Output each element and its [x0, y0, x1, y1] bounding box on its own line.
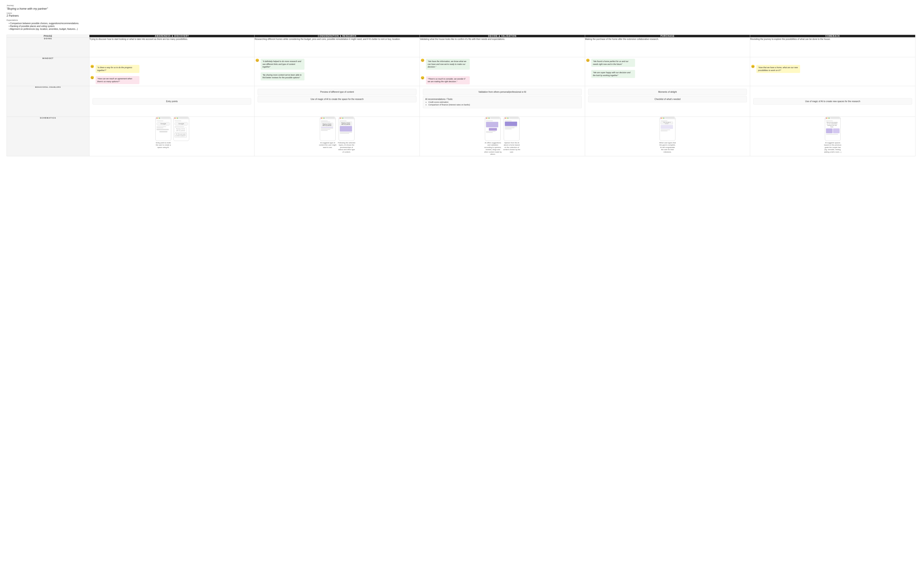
phone-mockup8: Here are some spaces you can create befo…	[825, 117, 841, 141]
journey-label: Journey:	[7, 4, 915, 7]
doing-purchase: Making the purchase of the home after th…	[585, 38, 750, 57]
schematic-caption3: AI suggests type of content the user mig…	[319, 142, 337, 149]
mindset-quote: "How can we reach an agreement when ther…	[96, 76, 139, 84]
mindset-quote: "We have the information, we know what w…	[426, 59, 470, 70]
schematic-container: Here are some spaces you can create befo…	[750, 117, 915, 153]
enablers-awareness: Entry points	[89, 86, 255, 117]
enabler-checklist: Checklist of what's needed	[588, 96, 747, 102]
enablers-purchase: Moments of delight Checklist of what's n…	[585, 86, 750, 117]
phase-header-row: PHASE AWARENESS & DISCOVERY CONSIDERATIO…	[7, 35, 915, 38]
schematic-caption5: AI offers suggestions and validation acc…	[484, 142, 502, 155]
mindset-row: MINDSET 😐 "Is there a way for us to do t…	[7, 57, 915, 86]
phase-comeback: COMEBACK	[750, 35, 915, 38]
schematics-decide: AI offers suggestions and validation acc…	[420, 117, 585, 156]
expectations-label: Expectations	[7, 19, 915, 21]
mindset-quote: "Now that we have a home, what are our n…	[756, 65, 800, 73]
enablers-decide: Validation from others personal/professi…	[420, 86, 585, 117]
enablers-consideration: Preview of different type of content Use…	[255, 86, 420, 117]
doing-label: DOING	[7, 38, 90, 57]
doing-awareness: Trying to discover how to start looking …	[89, 38, 255, 57]
schematic-item: Opinion from the AI about a home based o…	[503, 117, 520, 155]
enablers-row: BEHAVIORAL ENABLERS Entry points Preview…	[7, 86, 915, 117]
mindset-quote: "We found a home perfect for us and our …	[591, 59, 635, 67]
mindset-decide: 😊 "We have the information, we know what…	[420, 57, 585, 86]
phone-mockup6	[504, 117, 520, 141]
phone-mockup3: Buying a home with my partner	[320, 117, 336, 141]
schematic-caption8: AI suggests spaces based on the previous…	[824, 142, 842, 153]
mindset-awareness: 😐 "Is there a way for us to do the progr…	[89, 57, 255, 86]
emotion-neutral-icon2: 😐	[751, 65, 755, 68]
schematics-row: SCHEMATICS	[7, 117, 915, 156]
expectation-item: Ranking of possible places and voting sy…	[9, 25, 915, 28]
enabler-ai-new-spaces: Use of magic of AI to create new spaces …	[753, 98, 912, 105]
emotion-happy-icon3: 😊	[421, 59, 425, 62]
emotion-neutral-icon: 😐	[90, 65, 95, 68]
schematic-container: Buying a home with my partner AI suggest…	[255, 117, 420, 153]
schematic-item: Buying a home with my partner AI suggest…	[319, 117, 337, 153]
schematic-caption6: Opinion from the AI about a home based o…	[503, 142, 520, 153]
schematic-item: AI offers suggestions and validation acc…	[484, 117, 502, 155]
schematic-container: Google Entry point to invite the user to…	[90, 117, 255, 149]
doing-consideration: Researching different homes while consid…	[255, 38, 420, 57]
schematic-item: Here are some spaces you can create befo…	[824, 117, 842, 153]
expectations-list: Comparison between possible choices, sug…	[7, 22, 915, 30]
schematic-caption7: When user types that the goal is complet…	[659, 142, 676, 153]
mindset-quote: "It definitely helped to do more researc…	[261, 59, 304, 70]
enabler-preview-content: Preview of different type of content	[258, 89, 417, 95]
mindset-comeback: 😐 "Now that we have a home, what are our…	[750, 57, 915, 86]
enabler-ai-space: Use of magic of AI to create the space f…	[258, 96, 417, 102]
schematic-caption4: Following the selected topics, AI shows …	[338, 142, 355, 153]
enabler-validation: Validation from others personal/professi…	[423, 89, 582, 95]
mindset-label: MINDSET	[7, 57, 90, 86]
phone-mockup5	[485, 117, 501, 141]
mindset-quote: "We are super happy with our decision an…	[591, 70, 635, 78]
schematic-item: "We bought it home" When user types that…	[659, 117, 676, 153]
schematic-item: Buying a home with my partner Following …	[338, 117, 355, 153]
phone-mockup2: Google Buying a home with my partner To …	[173, 117, 189, 141]
journey-title: "Buying a home with my partner"	[7, 7, 915, 10]
doing-decide: Validating what the house looks like to …	[420, 38, 585, 57]
schematic-caption: Entry point to invite the user to create…	[155, 142, 172, 149]
phase-consideration: CONSIDERATION & RESEARCH	[255, 35, 420, 38]
header-section: Journey: "Buying a home with my partner"…	[7, 4, 915, 30]
emotion-sad-icon2: 😟	[421, 76, 425, 80]
phase-purchase: PURCHASE	[585, 35, 750, 38]
users-label: Users:	[7, 12, 915, 14]
schematics-purchase: "We bought it home" When user types that…	[585, 117, 750, 156]
schematic-item: Google Entry point to invite the user to…	[155, 117, 172, 149]
mindset-consideration: 😊 "It definitely helped to do more resea…	[255, 57, 420, 86]
schematics-comeback: Here are some spaces you can create befo…	[750, 117, 915, 156]
emotion-sad-icon: 😟	[90, 76, 95, 79]
doing-comeback: Revisiting the journey to explore the po…	[750, 38, 915, 57]
expectation-item: Alignment on preferences (eg. location, …	[9, 28, 915, 30]
mindset-quote: "There's so much to consider, we wonder …	[426, 76, 470, 84]
schematics-consideration: Buying a home with my partner AI suggest…	[255, 117, 420, 156]
schematic-item: Google Buying a home with my partner To …	[173, 117, 189, 149]
enablers-comeback: Use of magic of AI to create new spaces …	[750, 86, 915, 117]
schematics-label: SCHEMATICS	[7, 117, 90, 156]
phone-mockup4: Buying a home with my partner	[339, 117, 355, 141]
enabler-entry-points: Entry points	[93, 98, 252, 105]
mindset-quote: "Is there a way for us to do the progres…	[96, 65, 139, 73]
users-value: 2 Partners	[7, 14, 915, 17]
phone-mockup: Google	[155, 117, 171, 141]
schematic-container: "We bought it home" When user types that…	[585, 117, 750, 153]
emotion-happy-icon4: 😊	[586, 59, 590, 62]
mindset-purchase: 😊 "We found a home perfect for us and ou…	[585, 57, 750, 86]
phase-decide: DECIDE & VALIDATION	[420, 35, 585, 38]
expectation-item: Comparison between possible choices, sug…	[9, 22, 915, 24]
enabler-moments-delight: Moments of delight	[588, 89, 747, 95]
phase-awareness: AWARENESS & DISCOVERY	[89, 35, 255, 38]
emotion-happy-icon: 😊	[255, 59, 260, 62]
journey-table: PHASE AWARENESS & DISCOVERY CONSIDERATIO…	[7, 34, 915, 156]
doing-row: DOING Trying to discover how to start lo…	[7, 38, 915, 57]
schematics-awareness: Google Entry point to invite the user to…	[89, 117, 255, 156]
enabler-ai-recommendations: AI recommendations / Tools: Credit score…	[423, 96, 582, 108]
schematic-container: AI offers suggestions and validation acc…	[420, 117, 585, 155]
phase-label: PHASE	[7, 35, 90, 38]
enablers-label: BEHAVIORAL ENABLERS	[7, 86, 90, 117]
phone-mockup7: "We bought it home"	[660, 117, 675, 141]
mindset-quote: "By sharing more content we've been able…	[261, 72, 304, 80]
